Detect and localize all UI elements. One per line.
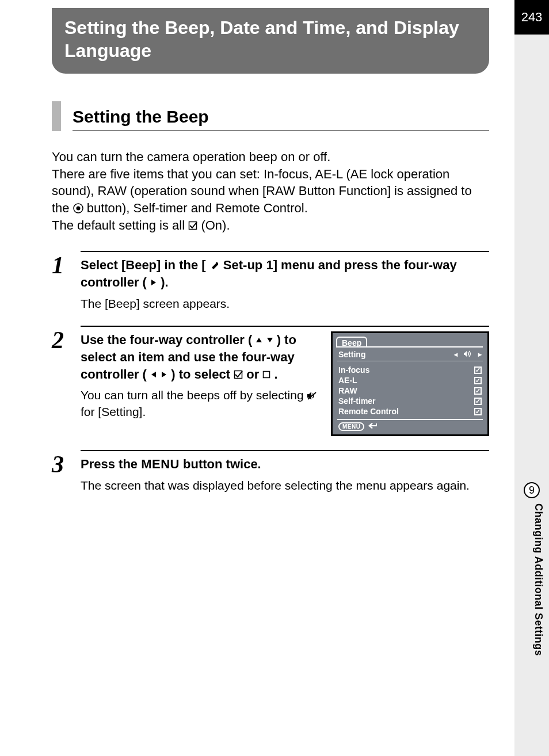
- up-triangle-icon: [256, 337, 262, 343]
- right-arrow-small-icon: ▸: [478, 350, 482, 358]
- svg-point-1: [76, 207, 80, 211]
- checkbox-checked-icon: ✓: [474, 408, 482, 415]
- step-2-desc-a: You can turn all the beeps off by select…: [81, 388, 307, 402]
- screen-row-infocus: In-focus✓: [338, 365, 482, 375]
- step-1: 1 Select [Beep] in the [ Set-up 1] menu …: [52, 251, 489, 312]
- down-triangle-icon: [266, 337, 273, 343]
- step-1-number: 1: [52, 251, 81, 312]
- step-3: 3 Press the MENU button twice. The scree…: [52, 450, 489, 494]
- page-content: Setting the Beep, Date and Time, and Dis…: [52, 8, 489, 507]
- record-button-icon: [73, 203, 83, 213]
- screen-row-remote: Remote Control✓: [338, 406, 482, 417]
- checkbox-checked-icon: ✓: [474, 377, 482, 384]
- step-1-title-c: ).: [161, 275, 168, 289]
- screen-row-label: Remote Control: [338, 407, 399, 416]
- step-2-desc-b: for [Setting].: [81, 405, 146, 418]
- right-triangle-icon: [150, 279, 157, 286]
- chapter-number: 9: [529, 484, 535, 497]
- screen-setting-row: Setting ◂ ▸: [337, 346, 483, 361]
- step-1-desc: The [Beep] screen appears.: [81, 296, 489, 312]
- step-3-title-b: button twice.: [183, 457, 261, 471]
- step-3-desc: The screen that was displayed before sel…: [81, 478, 489, 494]
- right-triangle-icon: [161, 371, 167, 378]
- page-title: Setting the Beep, Date and Time, and Dis…: [64, 17, 459, 61]
- intro-paragraph: You can turn the camera operation beep o…: [52, 148, 489, 234]
- intro-line3a: The default setting is all: [52, 218, 188, 232]
- step-2-title-e: .: [274, 367, 277, 381]
- chapter-badge: 9: [524, 482, 540, 498]
- step-2-title-c: ) to select: [171, 367, 234, 381]
- step-2-number: 2: [52, 326, 81, 436]
- svg-rect-4: [264, 371, 270, 377]
- section-heading-underline: Setting the Beep: [73, 101, 489, 131]
- step-2-title-a: Use the four-way controller (: [81, 333, 252, 347]
- screen-row-selftimer: Self-timer✓: [338, 396, 482, 406]
- page-number-tab: 243: [514, 0, 549, 35]
- screen-setting-label: Setting: [338, 350, 365, 359]
- left-triangle-icon: [150, 371, 157, 378]
- screen-item-list: In-focus✓ AE-L✓ RAW✓ Self-timer✓ Remote …: [337, 361, 483, 419]
- return-arrow-icon: [368, 422, 378, 431]
- intro-line3b: (On).: [201, 218, 230, 232]
- step-3-title-a: Press the: [81, 457, 141, 471]
- checkbox-checked-icon: ✓: [474, 398, 482, 405]
- section-heading: Setting the Beep: [73, 107, 209, 127]
- screen-row-label: RAW: [338, 386, 357, 395]
- screen-footer: MENU: [337, 419, 483, 432]
- checkbox-empty-icon: [262, 371, 270, 379]
- wrench-icon: [209, 261, 220, 271]
- step-2-desc: You can turn all the beeps off by select…: [81, 387, 319, 420]
- screen-row-label: In-focus: [338, 365, 369, 375]
- page-title-banner: Setting the Beep, Date and Time, and Dis…: [52, 8, 489, 74]
- screen-row-ael: AE-L✓: [338, 375, 482, 385]
- screen-setting-control: ◂ ▸: [454, 350, 482, 359]
- screen-row-raw: RAW✓: [338, 385, 482, 396]
- checkbox-checked-icon: [234, 370, 243, 379]
- step-1-title: Select [Beep] in the [ Set-up 1] menu an…: [81, 257, 489, 291]
- checkbox-checked-icon: ✓: [474, 387, 482, 395]
- left-arrow-small-icon: ◂: [454, 350, 458, 358]
- speaker-on-icon: [463, 350, 472, 359]
- screen-row-label: AE-L: [338, 376, 357, 385]
- step-2-title: Use the four-way controller ( ) to selec…: [81, 331, 319, 383]
- section-heading-bar: [52, 101, 61, 131]
- speaker-mute-icon: [307, 391, 317, 400]
- section-heading-row: Setting the Beep: [52, 101, 489, 131]
- camera-screen: Beep Setting ◂ ▸ I: [331, 331, 489, 436]
- step-3-number: 3: [52, 450, 81, 494]
- step-3-title: Press the MENU button twice.: [81, 456, 489, 473]
- checkbox-checked-icon: [188, 221, 197, 230]
- step-1-title-a: Select [Beep] in the [: [81, 258, 206, 272]
- menu-button-label: MENU: [338, 422, 364, 431]
- menu-word: MENU: [141, 457, 180, 471]
- page-number: 243: [521, 10, 543, 25]
- screen-tab: Beep: [336, 337, 367, 348]
- checkbox-checked-icon: ✓: [474, 366, 482, 374]
- intro-line1: You can turn the camera operation beep o…: [52, 150, 330, 164]
- step-2-title-d: or: [246, 367, 262, 381]
- side-chapter-label: Changing Additional Settings: [532, 503, 544, 656]
- intro-line2b: button), Self-timer and Remote Control.: [87, 201, 308, 215]
- screen-row-label: Self-timer: [338, 396, 376, 406]
- step-2: 2 Use the four-way controller ( ) to sel…: [52, 326, 489, 436]
